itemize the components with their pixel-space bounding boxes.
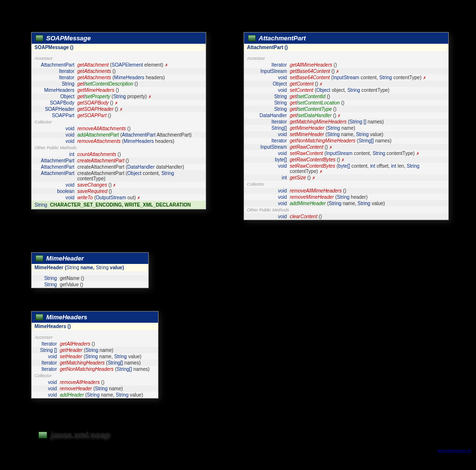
method-row: byte[]getRawContentBytes () ✗ — [244, 157, 448, 163]
return-type: Iterator — [35, 69, 77, 74]
section-header: Collector — [244, 181, 448, 188]
return-type: AttachmentPart — [35, 171, 77, 181]
package-name: javax.xml.soap — [51, 430, 109, 440]
class-name: MimeHeader — [46, 255, 84, 262]
method-row: booleansaveRequired () — [32, 188, 206, 194]
method-signature: getNonMatchingHeaders (String[] names) — [60, 366, 155, 372]
method-row: Stringget/setContentLocation () — [244, 100, 448, 106]
method-signature: setMimeHeader (String name, String value… — [290, 132, 445, 137]
return-type: void — [247, 151, 290, 156]
method-row: voidclearContent () — [244, 213, 448, 220]
return-type: String[] — [247, 125, 290, 131]
method-signature: clearContent () — [290, 214, 445, 219]
method-signature: countAttachments () — [77, 152, 203, 157]
method-signature: saveChanges () ✗ — [77, 182, 203, 188]
method-signature: getMatchingMimeHeaders (String [] names) — [290, 119, 445, 124]
return-type: MimeHeaders — [35, 87, 77, 93]
footer-link[interactable]: www.falkhausen.de — [438, 448, 471, 453]
section-header: Accessor — [32, 55, 206, 62]
method-row: voidsaveChanges () ✗ — [32, 182, 206, 188]
return-type: void — [247, 132, 290, 137]
class-icon — [35, 314, 43, 320]
method-row: String []getHeader (String name) — [32, 347, 158, 353]
return-type: AttachmentPart — [35, 158, 77, 163]
return-type: String — [35, 81, 77, 87]
method-signature: removeAllMimeHeaders () — [290, 188, 445, 193]
return-type: void — [247, 194, 290, 200]
class-name: MimeHeaders — [46, 313, 88, 321]
return-type: String — [35, 276, 60, 281]
method-row: voidsetContent (Object object, String co… — [244, 87, 448, 93]
class-box-att: AttachmentPartAttachmentPart ()AccessorI… — [244, 32, 449, 220]
return-type: InputStream — [247, 69, 290, 74]
method-row: SOAPBodygetSOAPBody () ✗ — [32, 100, 206, 106]
method-row: Stringget/setContentType () — [244, 106, 448, 112]
method-signature: setBase64Content (InputStream content, S… — [290, 75, 445, 80]
return-type: SOAPBody — [35, 100, 77, 105]
method-row: AttachmentPartgetAttachment (SOAPElement… — [32, 62, 206, 68]
method-row: IteratorgetNonMatchingMimeHeaders (Strin… — [244, 138, 448, 144]
method-signature: getSOAPPart () — [77, 113, 203, 118]
method-signature: removeAttachments (MimeHeaders headers) — [77, 139, 203, 144]
method-row: voidremoveAllAttachments () — [32, 125, 206, 132]
method-row: StringgetName () — [32, 275, 148, 281]
method-row: ObjectgetContent () ✗ — [244, 81, 448, 87]
method-signature: get/setContentDescription () — [77, 81, 203, 87]
section-header: Collector — [32, 119, 206, 125]
return-type: void — [35, 126, 77, 131]
return-type: DataHandler — [247, 113, 290, 118]
method-signature: getAttachments (MimeHeaders headers) — [77, 75, 203, 80]
return-type: void — [247, 163, 290, 174]
return-type: void — [35, 195, 77, 200]
method-row: AttachmentPartcreateAttachmentPart (Obje… — [32, 170, 206, 182]
method-row: voidsetRawContent (InputStream content, … — [244, 150, 448, 157]
return-type: Iterator — [247, 62, 290, 68]
return-type: void — [247, 188, 290, 193]
class-name: SOAPMessage — [46, 35, 91, 42]
method-row: Objectget/setProperty (String property) … — [32, 93, 206, 100]
return-type: void — [247, 87, 290, 93]
method-signature: addHeader (String name, String value) — [60, 392, 155, 398]
method-signature: getNonMatchingMimeHeaders (String[] name… — [290, 138, 445, 143]
method-row: voidremoveAllMimeHeaders () — [244, 188, 448, 194]
return-type: SOAPHeader — [35, 106, 77, 112]
method-row: voidsetHeader (String name, String value… — [32, 353, 158, 360]
method-row: voidsetRawContentBytes (byte[] content, … — [244, 163, 448, 174]
method-signature: get/setProperty (String property) ✗ — [77, 94, 203, 99]
constructor: MimeHeader (String name, String value) — [32, 264, 148, 271]
class-title: MimeHeaders — [32, 312, 158, 323]
class-title: SOAPMessage — [32, 33, 206, 44]
return-type: int — [35, 152, 77, 157]
package-label: javax.xml.soap — [38, 430, 109, 440]
method-row: voidsetMimeHeader (String name, String v… — [244, 131, 448, 138]
method-signature: getAllMimeHeaders () — [290, 62, 445, 68]
method-row: voidwriteTo (OutputStream out) ✗ — [32, 194, 206, 201]
return-type: Iterator — [35, 75, 77, 80]
method-row: IteratorgetAttachments (MimeHeaders head… — [32, 74, 206, 81]
method-signature: setHeader (String name, String value) — [60, 354, 155, 359]
method-row: voidremoveMimeHeader (String header) — [244, 194, 448, 200]
return-type: void — [247, 214, 290, 219]
return-type: boolean — [35, 189, 77, 194]
method-row: voidremoveHeader (String name) — [32, 385, 158, 392]
method-signature: getValue () — [60, 282, 145, 287]
method-signature: setRawContent (InputStream content, Stri… — [290, 151, 445, 156]
return-type: void — [247, 201, 290, 206]
return-type: void — [35, 354, 60, 359]
return-type: String — [247, 94, 290, 99]
method-signature: getHeader (String name) — [60, 348, 155, 353]
method-signature: getAllHeaders () — [60, 341, 155, 347]
return-type: byte[] — [247, 157, 290, 162]
class-name: AttachmentPart — [259, 35, 306, 42]
method-row: MimeHeadersgetMimeHeaders () — [32, 87, 206, 93]
method-row: IteratorgetMatchingMimeHeaders (String [… — [244, 119, 448, 125]
method-signature: get/setContentType () — [290, 106, 445, 112]
method-row: Stringget/setContentId () — [244, 93, 448, 100]
method-signature: get/setContentLocation () — [290, 100, 445, 105]
return-type: Iterator — [35, 360, 60, 366]
method-signature: createAttachmentPart (DataHandler dataHa… — [77, 164, 203, 170]
method-signature: createAttachmentPart (Object content, St… — [77, 171, 203, 181]
return-type: void — [35, 132, 77, 138]
return-type: Iterator — [247, 119, 290, 124]
method-signature: removeMimeHeader (String header) — [290, 194, 445, 200]
